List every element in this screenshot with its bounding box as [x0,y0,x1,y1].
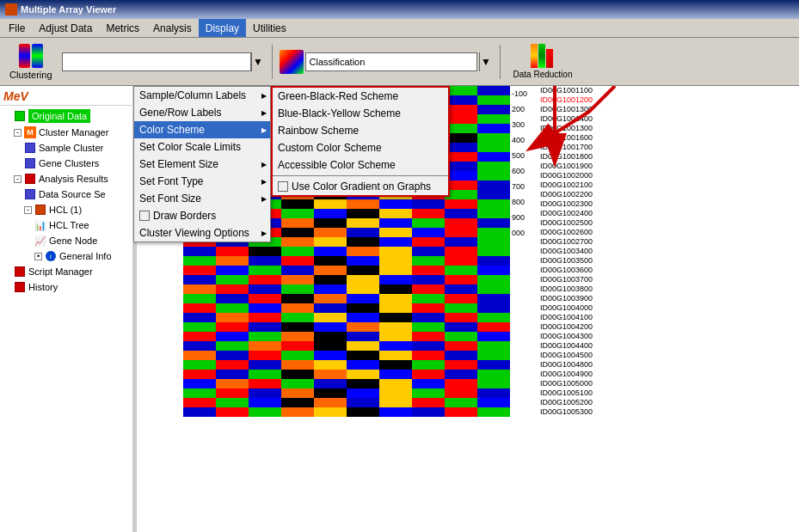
menu-adjust-data[interactable]: Adjust Data [32,19,99,37]
heatmap-cell [412,322,445,332]
heatmap-cell [249,360,281,370]
heatmap-cell [379,322,412,332]
gene-clusters-icon [24,157,36,169]
heatmap-cell [379,332,412,341]
heatmap-cell [183,360,216,370]
sidebar-item-gene-clusters[interactable]: Gene Clusters [0,156,132,171]
sidebar-item-data-source[interactable]: Data Source Se [0,187,132,202]
heatmap-cell [347,199,379,209]
sidebar-item-general-info[interactable]: • i General Info [0,248,132,264]
sidebar-item-script-manager[interactable]: Script Manager [0,264,132,279]
heatmap-cell [412,341,445,351]
heatmap-cell [216,294,249,303]
heatmap-cell [314,407,347,417]
sidebar-item-hcl[interactable]: - HCL (1) [0,202,132,217]
heatmap-cell [183,322,216,332]
sidebar-item-cluster-manager[interactable]: - M Cluster Manager [0,125,132,140]
heatmap-cell [477,266,510,275]
heatmap-cell [412,199,445,209]
menu-metrics[interactable]: Metrics [99,19,146,37]
row-label: ID00G1003500 [540,256,799,266]
gene-clusters-label: Gene Clusters [39,158,99,168]
heatmap-cell [314,218,347,228]
menu-gene-row-labels[interactable]: Gene/Row Labels [134,104,270,121]
cluster-manager-icon: M [24,126,36,138]
analysis-results-expand[interactable]: - [14,175,22,183]
scheme-accessible[interactable]: Accessible Color Scheme [273,156,448,174]
heatmap-cell [412,379,445,388]
heatmap-cell [379,256,412,266]
heatmap-cell [477,162,510,171]
heatmap-row [183,266,510,275]
menu-file[interactable]: File [2,19,32,37]
row-label: ID00G1002400 [540,209,799,218]
heatmap-cell [412,388,445,398]
heatmap-cell [216,256,249,266]
data-reduction-icon [531,44,555,68]
cluster-manager-expand[interactable]: - [14,129,22,137]
heatmap-cell [216,388,249,398]
toolbar-classification-dropdown[interactable]: Classification [305,52,477,71]
menu-sample-column-labels[interactable]: Sample/Column Labels [134,87,270,104]
menu-set-color-scale-limits[interactable]: Set Color Scale Limits [134,138,270,156]
heatmap-cell [183,284,216,294]
heatmap-cell [445,379,477,388]
toolbar-clustering-btn[interactable]: Clustering [3,41,58,83]
row-label: ID00G1005000 [540,379,799,388]
menu-analysis[interactable]: Analysis [146,19,199,37]
scheme-custom[interactable]: Custom Color Scheme [273,139,448,156]
heatmap-cell [477,143,510,152]
toolbar-classification-dropdown-arrow[interactable]: ▼ [479,52,493,71]
scheme-green-black-red[interactable]: Green-Black-Red Scheme [273,88,448,105]
menu-utilities[interactable]: Utilities [246,19,293,37]
menu-cluster-viewing-options[interactable]: Cluster Viewing Options [134,224,270,242]
row-label: ID00G1001800 [540,152,799,162]
heatmap-cell [314,313,347,322]
sidebar-item-history[interactable]: History [0,279,132,295]
heatmap-cell [445,266,477,275]
row-label: ID00G1004100 [540,313,799,322]
heatmap-cell [477,152,510,162]
row-label: ID00G1002200 [540,190,799,199]
sample-clusters-icon [24,142,36,154]
general-info-expand[interactable]: • [34,253,42,260]
hcl-label: HCL (1) [49,205,82,215]
menu-display[interactable]: Display [199,19,246,37]
heatmap-cell [281,322,314,332]
sidebar-item-sample-clusters[interactable]: Sample Cluster [0,140,132,156]
sidebar-item-hcl-tree[interactable]: 📊 HCL Tree [0,217,132,233]
heatmap-cell [281,275,314,284]
heatmap-cell [347,322,379,332]
heatmap-cell [281,407,314,417]
toolbar-data-reduction-btn[interactable]: Data Reduction [507,41,579,83]
heatmap-cell [477,370,510,379]
scheme-blue-black-yellow[interactable]: Blue-Black-Yellow Scheme [273,105,448,122]
scheme-rainbow[interactable]: Rainbow Scheme [273,122,448,139]
sidebar-item-gene-node[interactable]: 📈 Gene Node [0,233,132,248]
menu-draw-borders[interactable]: Draw Borders [134,207,270,224]
row-label: ID00G1001100 [540,86,799,95]
use-color-gradient[interactable]: Use Color Gradient on Graphs [273,178,448,195]
menu-set-font-size[interactable]: Set Font Size [134,190,270,207]
heatmap-cell [445,407,477,417]
heatmap-cell [183,379,216,388]
hcl-expand[interactable]: - [24,206,32,214]
menu-set-element-size[interactable]: Set Element Size [134,156,270,173]
menu-set-font-type[interactable]: Set Font Type [134,173,270,190]
heatmap-cell [445,218,477,228]
heatmap-cell [477,95,510,105]
content-area: 0.0 ◄ -100 200 300 400 500 600 700 800 9… [133,86,799,532]
menu-color-scheme[interactable]: Color Scheme [134,121,270,138]
row-label: ID00G1002700 [540,237,799,247]
toolbar-cluster-dropdown[interactable] [62,52,251,71]
heatmap-cell [412,275,445,284]
sidebar-item-analysis-results[interactable]: - Analysis Results [0,171,132,187]
analysis-results-icon [24,173,36,185]
row-label: ID00G1002500 [540,218,799,228]
gene-node-label: Gene Node [49,235,97,246]
sidebar-item-original-data[interactable]: Original Data [0,107,132,125]
heatmap-cell [477,237,510,247]
toolbar-cluster-dropdown-arrow[interactable]: ▼ [251,52,265,71]
row-label: ID00G1005100 [540,388,799,398]
heatmap-cell [412,294,445,303]
